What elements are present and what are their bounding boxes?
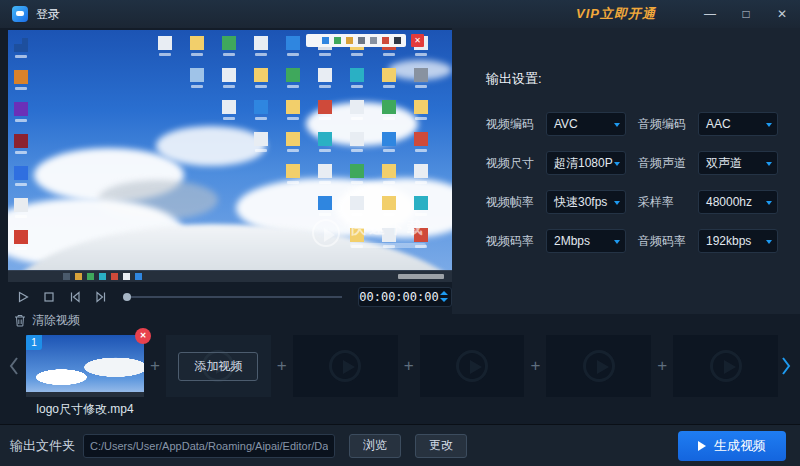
video-codec-select[interactable]: AVC xyxy=(546,112,626,136)
chevron-down-icon xyxy=(766,162,772,166)
desktop-icon-labels xyxy=(8,30,20,33)
ghost-logo-icon xyxy=(329,350,361,382)
video-size-select[interactable]: 超清1080P xyxy=(546,151,626,175)
chevron-down-icon xyxy=(614,123,620,127)
delete-clip-button[interactable] xyxy=(135,328,151,344)
timecode-display[interactable]: 00:00:00:00 xyxy=(358,287,452,307)
output-path-input[interactable] xyxy=(83,434,335,458)
app-logo-icon xyxy=(12,6,28,22)
timeline-slot-empty[interactable] xyxy=(673,335,778,397)
ghost-logo-icon xyxy=(710,350,742,382)
desktop-taskbar xyxy=(8,270,452,282)
minimize-icon[interactable]: — xyxy=(704,0,716,28)
vip-upgrade-button[interactable]: VIP立即开通 xyxy=(576,5,656,23)
clear-video-label: 清除视频 xyxy=(32,312,80,329)
skip-start-icon[interactable] xyxy=(68,290,82,304)
field-label-audio-codec: 音频编码 xyxy=(638,116,686,133)
timeline-slot-add[interactable]: 添加视频 xyxy=(166,335,271,397)
recorder-close-icon xyxy=(411,34,424,47)
timeline-slot-empty[interactable] xyxy=(420,335,525,397)
plus-separator: + xyxy=(651,356,673,376)
sample-rate-select[interactable]: 48000hz xyxy=(698,190,778,214)
cloud-shape xyxy=(156,126,266,166)
chevron-down-icon xyxy=(614,240,620,244)
timecode-steppers xyxy=(440,291,448,302)
seek-slider-handle[interactable] xyxy=(123,293,131,301)
clip-index-badge: 1 xyxy=(26,335,42,350)
close-icon[interactable]: ✕ xyxy=(776,0,788,28)
clip-thumbnail xyxy=(26,335,144,397)
field-label-video-codec: 视频编码 xyxy=(486,116,534,133)
output-settings-panel: 输出设置: 视频编码 AVC 音频编码 AAC 视频尺寸 超清1080P 音频声… xyxy=(452,28,800,314)
scroll-left-icon[interactable] xyxy=(6,356,22,376)
change-button[interactable]: 更改 xyxy=(415,434,467,458)
skip-end-icon[interactable] xyxy=(94,290,108,304)
play-icon[interactable] xyxy=(16,290,30,304)
add-video-button[interactable]: 添加视频 xyxy=(178,352,258,381)
titlebar: 登录 VIP立即开通 — □ ✕ xyxy=(0,0,800,28)
field-label-video-size: 视频尺寸 xyxy=(486,155,534,172)
field-label-video-bitrate: 视频码率 xyxy=(486,233,534,250)
ghost-logo-icon xyxy=(456,350,488,382)
plus-separator: + xyxy=(271,356,293,376)
seek-slider[interactable] xyxy=(124,296,342,298)
taskbar-icons xyxy=(13,273,20,280)
chevron-down-icon xyxy=(766,201,772,205)
frame-rate-select[interactable]: 快速30fps xyxy=(546,190,626,214)
clear-video-button[interactable]: 清除视频 xyxy=(14,312,80,329)
ghost-logo-icon xyxy=(583,350,615,382)
chevron-down-icon xyxy=(766,240,772,244)
playback-controls: 00:00:00:00 xyxy=(8,284,452,310)
audio-bitrate-select[interactable]: 192kbps xyxy=(698,229,778,253)
audio-channels-select[interactable]: 双声道 xyxy=(698,151,778,175)
play-triangle-icon xyxy=(698,441,706,451)
annotation-toolbar xyxy=(306,34,406,47)
plus-separator: + xyxy=(524,356,546,376)
field-label-audio-channels: 音频声道 xyxy=(638,155,686,172)
scroll-right-icon[interactable] xyxy=(778,356,794,376)
trash-icon xyxy=(14,314,26,327)
settings-grid: 视频编码 AVC 音频编码 AAC 视频尺寸 超清1080P 音频声道 双声道 … xyxy=(486,112,776,253)
stop-icon[interactable] xyxy=(42,290,56,304)
generate-video-label: 生成视频 xyxy=(714,437,766,455)
window-controls: — □ ✕ xyxy=(704,0,788,28)
app-window: 登录 VIP立即开通 — □ ✕ 快速下载 xyxy=(0,0,800,466)
plus-separator: + xyxy=(144,356,166,376)
field-label-sample-rate: 采样率 xyxy=(638,194,686,211)
timecode-up-icon[interactable] xyxy=(440,291,448,295)
plus-separator: + xyxy=(398,356,420,376)
timeline: 1 + 添加视频 + + + + xyxy=(0,334,800,398)
timecode-value: 00:00:00:00 xyxy=(359,290,438,304)
output-folder-label: 输出文件夹 xyxy=(10,437,75,455)
field-label-frame-rate: 视频帧率 xyxy=(486,194,534,211)
chevron-down-icon xyxy=(614,201,620,205)
timeline-clip[interactable]: 1 xyxy=(26,335,144,397)
taskbar-tray xyxy=(398,274,444,279)
chevron-down-icon xyxy=(766,123,772,127)
clip-filename: logo尺寸修改.mp4 xyxy=(26,401,144,418)
video-bitrate-select[interactable]: 2Mbps xyxy=(546,229,626,253)
timeline-slot-empty[interactable] xyxy=(546,335,651,397)
timeline-slot-empty[interactable] xyxy=(293,335,398,397)
browse-button[interactable]: 浏览 xyxy=(349,434,401,458)
chevron-down-icon xyxy=(614,162,620,166)
cloud-shape xyxy=(306,102,418,146)
settings-title: 输出设置: xyxy=(486,70,800,88)
maximize-icon[interactable]: □ xyxy=(740,0,752,28)
timecode-down-icon[interactable] xyxy=(440,298,448,302)
generate-video-button[interactable]: 生成视频 xyxy=(678,431,786,461)
login-button[interactable]: 登录 xyxy=(36,6,60,23)
audio-codec-select[interactable]: AAC xyxy=(698,112,778,136)
footer-bar: 输出文件夹 浏览 更改 生成视频 xyxy=(0,424,800,466)
toolbar-icons xyxy=(310,37,317,44)
video-preview: 快速下载 xyxy=(8,30,452,282)
field-label-audio-bitrate: 音频码率 xyxy=(638,233,686,250)
cloud-shape xyxy=(388,60,452,80)
